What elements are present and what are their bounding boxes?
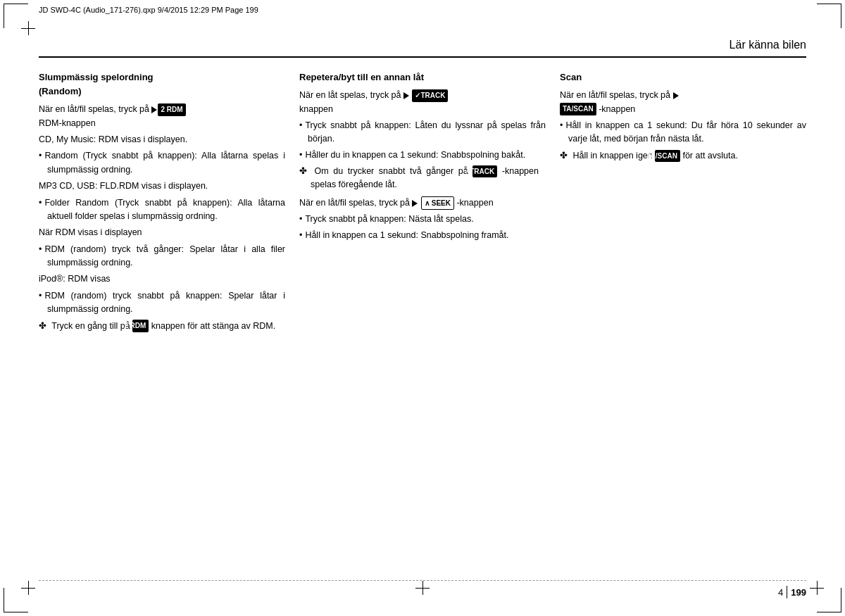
col3-list1: Håll in knappen ca 1 sekund: Du får höra…	[560, 119, 806, 146]
col3-note1: Håll in knappen igen TA/SCAN för att avs…	[560, 149, 806, 163]
col1-list4: RDM (random) tryck snabbt på knappen: Sp…	[39, 289, 285, 317]
list-item: Håll in knappen ca 1 sekund: Du får höra…	[560, 119, 806, 146]
col2-note1: Om du trycker snabbt två gånger på ✓TRAC…	[299, 165, 546, 192]
badge-track: ✓TRACK	[412, 89, 448, 102]
badge-2rdm-1: 2 RDM	[158, 103, 185, 116]
page-title: Lär känna bilen	[730, 39, 806, 51]
main-content: Slumpmässig spelordning(Random) När en l…	[39, 70, 806, 560]
col2-title: Repetera/byt till en annan låt	[299, 70, 546, 84]
page-title-area: Lär känna bilen	[730, 39, 806, 51]
page-divider	[787, 586, 787, 598]
col2-p2: När en låt/fil spelas, tryck på ∧ SEEK -…	[299, 196, 546, 210]
list-item: Håll in knappen ca 1 sekund: Snabbspolni…	[299, 229, 546, 242]
chapter-number: 4	[778, 587, 783, 598]
reg-mark-br	[810, 581, 824, 595]
col1-p5: iPod®: RDM visas	[39, 272, 285, 286]
col2-p1: När en låt spelas, tryck på ✓TRACK knapp…	[299, 89, 546, 116]
reg-mark-bc	[415, 581, 430, 595]
file-metadata: JD SWD-4C (Audio_171-276).qxp 9/4/2015 1…	[39, 6, 258, 14]
col3-title: Scan	[560, 70, 806, 84]
col1-list3: RDM (random) tryck två gånger: Spelar lå…	[39, 243, 285, 270]
col3-body: När en låt/fil spelas, tryck på TA/SCAN …	[560, 89, 806, 163]
col-random: Slumpmässig spelordning(Random) När en l…	[39, 70, 292, 560]
play-icon-1	[151, 106, 157, 113]
col1-list1: Random (Tryck snabbt på knappen): Alla l…	[39, 149, 285, 177]
col-scan: Scan När en låt/fil spelas, tryck på TA/…	[553, 70, 806, 560]
col1-list2: Folder Random (Tryck snabbt på knappen):…	[39, 196, 285, 224]
page-number: 199	[791, 587, 806, 598]
col3-p1: När en låt/fil spelas, tryck på TA/SCAN …	[560, 89, 806, 116]
badge-2rdm-2: 2 RDM	[132, 320, 149, 332]
badge-track-2: ✓TRACK	[472, 165, 497, 178]
list-item: RDM (random) tryck två gånger: Spelar lå…	[39, 243, 285, 270]
col1-note1: Tryck en gång till på 2 RDM knappen för …	[39, 320, 285, 333]
play-icon-3	[412, 200, 418, 207]
list-item: Tryck snabbt på knappen: Nästa låt spela…	[299, 213, 546, 226]
list-item: RDM (random) tryck snabbt på knappen: Sp…	[39, 289, 285, 317]
play-icon-4	[673, 92, 679, 99]
list-item: Random (Tryck snabbt på knappen): Alla l…	[39, 149, 285, 177]
col1-p1: När en låt/fil spelas, tryck på 2 RDM RD…	[39, 103, 285, 130]
list-item: Folder Random (Tryck snabbt på knappen):…	[39, 196, 285, 224]
badge-tascan-2: TA/SCAN	[655, 150, 680, 163]
col1-p4: När RDM visas i displayen	[39, 226, 285, 239]
title-divider	[39, 56, 806, 58]
list-item: Tryck snabbt på knappen: Låten du lyssna…	[299, 119, 546, 146]
reg-mark-bl	[21, 581, 35, 595]
col1-title: Slumpmässig spelordning(Random)	[39, 70, 285, 99]
col2-list2: Tryck snabbt på knappen: Nästa låt spela…	[299, 213, 546, 242]
col-repetera: Repetera/byt till en annan låt När en lå…	[292, 70, 553, 560]
page-number-area: 4 199	[778, 586, 806, 598]
badge-seek: ∧ SEEK	[421, 196, 454, 210]
reg-mark-tl	[21, 21, 35, 35]
col1-p3: MP3 CD, USB: FLD.RDM visas i displayen.	[39, 180, 285, 193]
col2-body: När en låt spelas, tryck på ✓TRACK knapp…	[299, 89, 546, 242]
col1-body: När en låt/fil spelas, tryck på 2 RDM RD…	[39, 103, 285, 333]
play-icon-2	[403, 92, 409, 99]
col1-p2: CD, My Music: RDM visas i displayen.	[39, 133, 285, 146]
col2-list1: Tryck snabbt på knappen: Låten du lyssna…	[299, 119, 546, 162]
list-item: Håller du in knappen ca 1 sekund: Snabbs…	[299, 149, 546, 162]
badge-tascan-1: TA/SCAN	[560, 103, 596, 115]
corner-bracket-tr	[817, 4, 841, 28]
